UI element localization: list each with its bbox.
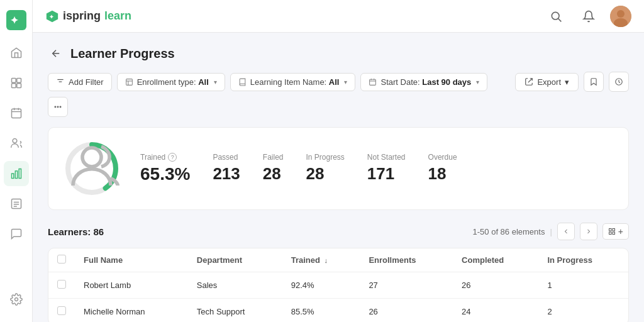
calendar-icon	[369, 78, 377, 86]
col-completed[interactable]: Completed	[453, 248, 538, 272]
cell-trained: 92.4%	[282, 272, 360, 299]
in-progress-value: 28	[306, 164, 344, 184]
svg-rect-5	[16, 84, 21, 88]
sidebar-item-reports[interactable]	[4, 161, 29, 186]
enrollment-type-filter[interactable]: Enrollment type: All ▾	[117, 73, 225, 91]
svg-rect-45	[613, 229, 615, 231]
prev-page-button[interactable]	[557, 223, 575, 240]
bookmark-icon	[589, 77, 598, 86]
sidebar-item-catalog[interactable]	[4, 70, 29, 96]
history-button[interactable]	[609, 72, 629, 92]
content-area: Learner Progress Add Filter Enrol	[33, 33, 644, 322]
svg-rect-13	[19, 169, 21, 179]
col-department[interactable]: Department	[188, 248, 282, 272]
page-title: Learner Progress	[70, 47, 175, 61]
add-filter-button[interactable]: Add Filter	[48, 73, 112, 91]
learning-item-filter[interactable]: Learning Item Name: All ▾	[230, 73, 356, 91]
col-trained[interactable]: Trained ↓	[282, 248, 360, 272]
chevron-down-icon-4: ▾	[565, 77, 569, 87]
bookmark-button[interactable]	[584, 72, 604, 92]
chevron-down-icon-2: ▾	[344, 79, 347, 86]
stat-not-started: Not Started 171	[367, 153, 406, 184]
stats-card: Trained ? 65.3% Passed 213 Failed 28 In …	[48, 127, 629, 210]
svg-point-18	[14, 298, 18, 301]
chevron-down-icon: ▾	[214, 79, 217, 86]
notifications-button[interactable]	[577, 5, 600, 28]
col-enrollments[interactable]: Enrollments	[360, 248, 453, 272]
svg-point-38	[55, 106, 56, 108]
enrollment-icon	[125, 78, 133, 86]
stat-trained: Trained ? 65.3%	[140, 153, 190, 184]
cell-completed: 26	[453, 272, 538, 299]
sidebar: ✦	[0, 0, 33, 322]
select-all-checkbox[interactable]	[57, 255, 66, 264]
export-button[interactable]: Export ▾	[515, 73, 579, 91]
column-picker-button[interactable]: +	[602, 223, 629, 240]
sidebar-item-users[interactable]	[4, 131, 29, 156]
svg-rect-3	[16, 79, 21, 83]
svg-point-39	[57, 106, 58, 108]
svg-rect-47	[613, 232, 615, 235]
topnav-actions	[545, 5, 631, 28]
logo-icon: ✦	[45, 9, 59, 23]
row-checkbox-cell	[48, 299, 75, 323]
svg-point-10	[13, 139, 17, 143]
clock-icon	[614, 77, 623, 86]
in-progress-label: In Progress	[306, 153, 344, 162]
trained-label: Trained	[140, 153, 165, 162]
learners-header: Learners: 86 1-50 of 86 elements |	[48, 223, 629, 240]
svg-rect-12	[15, 171, 17, 179]
cell-in-progress: 1	[538, 272, 628, 299]
back-button[interactable]	[48, 45, 64, 62]
more-button[interactable]	[48, 97, 68, 117]
passed-label: Passed	[213, 153, 240, 162]
brand-learn: learn	[104, 9, 131, 23]
sidebar-item-home[interactable]	[4, 40, 29, 65]
app-logo: ✦ ispring learn	[45, 9, 131, 23]
stat-items: Trained ? 65.3% Passed 213 Failed 28 In …	[140, 153, 457, 184]
enrollment-label: Enrollment type: All	[137, 77, 209, 87]
sidebar-item-settings[interactable]	[4, 287, 29, 312]
svg-rect-30	[126, 79, 132, 85]
row-checkbox[interactable]	[57, 306, 66, 315]
passed-value: 213	[213, 164, 240, 184]
overdue-label: Overdue	[428, 153, 457, 162]
svg-point-40	[60, 106, 61, 108]
topnav: ✦ ispring learn	[33, 0, 644, 33]
next-page-button[interactable]	[580, 223, 597, 240]
trained-donut-chart	[64, 140, 120, 197]
svg-rect-4	[11, 84, 16, 88]
chevron-left-icon	[562, 228, 570, 235]
row-checkbox-cell	[48, 272, 75, 299]
info-icon[interactable]: ?	[168, 153, 177, 162]
avatar[interactable]	[610, 6, 631, 27]
cell-fullname: Robert Lamb	[75, 272, 188, 299]
search-button[interactable]	[545, 5, 567, 28]
sidebar-item-tasks[interactable]	[4, 191, 29, 216]
learning-item-label: Learning Item Name: All	[250, 77, 340, 87]
stat-passed: Passed 213	[213, 153, 240, 184]
svg-text:✦: ✦	[10, 15, 19, 26]
table-header-row: Full Name Department Trained ↓ Enrollmen…	[48, 248, 628, 272]
stat-overdue: Overdue 18	[428, 153, 457, 184]
col-fullname[interactable]: Full Name	[75, 248, 188, 272]
svg-point-24	[617, 10, 625, 18]
donut-center-icon	[64, 138, 120, 199]
cell-trained: 85.5%	[282, 299, 360, 323]
not-started-value: 171	[367, 164, 406, 184]
svg-text:✦: ✦	[49, 13, 54, 19]
brand-ispring: ispring	[63, 9, 101, 23]
sidebar-item-calendar[interactable]	[4, 101, 29, 126]
learners-table: Full Name Department Trained ↓ Enrollmen…	[48, 248, 629, 322]
svg-rect-44	[609, 229, 611, 231]
start-date-filter[interactable]: Start Date: Last 90 days ▾	[360, 73, 487, 91]
sidebar-item-messages[interactable]	[4, 221, 29, 247]
col-in-progress[interactable]: In Progress	[538, 248, 628, 272]
pagination-text: 1-50 of 86 elements	[473, 227, 545, 236]
cell-enrollments: 27	[360, 272, 453, 299]
cell-enrollments: 26	[360, 299, 453, 323]
main-area: ✦ ispring learn	[33, 0, 644, 322]
filter-bar: Add Filter Enrollment type: All ▾	[48, 72, 629, 117]
row-checkbox[interactable]	[57, 280, 66, 289]
cell-in-progress: 2	[538, 299, 628, 323]
